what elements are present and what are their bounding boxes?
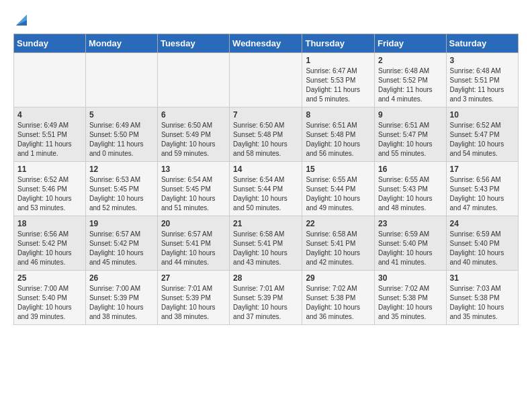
day-number: 3 <box>450 56 515 65</box>
day-number: 18 <box>17 219 82 228</box>
calendar-cell: 13Sunrise: 6:54 AM Sunset: 5:45 PM Dayli… <box>157 162 229 216</box>
logo-arrow-icon <box>15 13 28 27</box>
day-info: Sunrise: 6:54 AM Sunset: 5:45 PM Dayligh… <box>161 175 226 213</box>
calendar-cell: 2Sunrise: 6:48 AM Sunset: 5:52 PM Daylig… <box>375 53 447 107</box>
logo <box>13 13 28 27</box>
column-header-sunday: Sunday <box>14 34 86 53</box>
calendar-cell: 26Sunrise: 7:00 AM Sunset: 5:39 PM Dayli… <box>85 271 157 325</box>
day-number: 19 <box>89 219 154 228</box>
calendar-cell: 4Sunrise: 6:49 AM Sunset: 5:51 PM Daylig… <box>14 107 86 162</box>
day-info: Sunrise: 6:54 AM Sunset: 5:44 PM Dayligh… <box>233 175 298 213</box>
day-number: 21 <box>233 219 298 228</box>
day-info: Sunrise: 6:48 AM Sunset: 5:52 PM Dayligh… <box>378 66 443 104</box>
day-number: 5 <box>89 110 154 120</box>
day-number: 10 <box>450 110 515 120</box>
day-number: 25 <box>17 273 82 283</box>
calendar-cell: 21Sunrise: 6:58 AM Sunset: 5:41 PM Dayli… <box>230 216 302 271</box>
day-number: 27 <box>161 273 226 283</box>
day-number: 31 <box>450 273 515 283</box>
calendar-cell: 18Sunrise: 6:56 AM Sunset: 5:42 PM Dayli… <box>14 216 86 271</box>
calendar-cell: 9Sunrise: 6:51 AM Sunset: 5:47 PM Daylig… <box>375 107 447 162</box>
calendar-cell: 6Sunrise: 6:50 AM Sunset: 5:49 PM Daylig… <box>157 107 229 162</box>
day-info: Sunrise: 6:50 AM Sunset: 5:49 PM Dayligh… <box>161 121 226 158</box>
calendar-table: SundayMondayTuesdayWednesdayThursdayFrid… <box>13 34 519 325</box>
day-number: 29 <box>306 273 371 283</box>
column-header-saturday: Saturday <box>446 34 518 53</box>
day-number: 2 <box>378 56 443 65</box>
day-info: Sunrise: 6:51 AM Sunset: 5:47 PM Dayligh… <box>378 121 443 158</box>
calendar-cell <box>14 53 86 107</box>
calendar-week-row: 25Sunrise: 7:00 AM Sunset: 5:40 PM Dayli… <box>14 271 519 325</box>
day-info: Sunrise: 6:56 AM Sunset: 5:43 PM Dayligh… <box>450 175 515 213</box>
day-info: Sunrise: 6:59 AM Sunset: 5:40 PM Dayligh… <box>450 230 515 267</box>
day-info: Sunrise: 6:49 AM Sunset: 5:51 PM Dayligh… <box>17 121 82 158</box>
calendar-cell: 29Sunrise: 7:02 AM Sunset: 5:38 PM Dayli… <box>302 271 375 325</box>
day-info: Sunrise: 7:00 AM Sunset: 5:40 PM Dayligh… <box>17 284 82 322</box>
day-info: Sunrise: 6:52 AM Sunset: 5:46 PM Dayligh… <box>17 175 82 213</box>
calendar-cell: 15Sunrise: 6:55 AM Sunset: 5:44 PM Dayli… <box>302 162 375 216</box>
calendar-cell: 16Sunrise: 6:55 AM Sunset: 5:43 PM Dayli… <box>375 162 447 216</box>
calendar-header-row: SundayMondayTuesdayWednesdayThursdayFrid… <box>14 34 519 53</box>
day-number: 6 <box>161 110 226 120</box>
calendar-cell: 1Sunrise: 6:47 AM Sunset: 5:53 PM Daylig… <box>302 53 375 107</box>
day-info: Sunrise: 6:59 AM Sunset: 5:40 PM Dayligh… <box>378 230 443 267</box>
day-info: Sunrise: 6:56 AM Sunset: 5:42 PM Dayligh… <box>17 230 82 267</box>
calendar-cell: 23Sunrise: 6:59 AM Sunset: 5:40 PM Dayli… <box>375 216 447 271</box>
day-number: 8 <box>306 110 371 120</box>
day-number: 12 <box>89 165 154 174</box>
calendar-cell: 28Sunrise: 7:01 AM Sunset: 5:39 PM Dayli… <box>230 271 302 325</box>
day-info: Sunrise: 6:48 AM Sunset: 5:51 PM Dayligh… <box>450 66 515 104</box>
calendar-cell: 22Sunrise: 6:58 AM Sunset: 5:41 PM Dayli… <box>302 216 375 271</box>
column-header-tuesday: Tuesday <box>157 34 229 53</box>
calendar-cell: 8Sunrise: 6:51 AM Sunset: 5:48 PM Daylig… <box>302 107 375 162</box>
day-number: 13 <box>161 165 226 174</box>
calendar-cell: 31Sunrise: 7:03 AM Sunset: 5:38 PM Dayli… <box>446 271 518 325</box>
day-info: Sunrise: 7:02 AM Sunset: 5:38 PM Dayligh… <box>378 284 443 322</box>
day-number: 30 <box>378 273 443 283</box>
calendar-cell: 3Sunrise: 6:48 AM Sunset: 5:51 PM Daylig… <box>446 53 518 107</box>
calendar-cell: 7Sunrise: 6:50 AM Sunset: 5:48 PM Daylig… <box>230 107 302 162</box>
calendar-cell <box>157 53 229 107</box>
day-info: Sunrise: 6:49 AM Sunset: 5:50 PM Dayligh… <box>89 121 154 158</box>
day-info: Sunrise: 7:01 AM Sunset: 5:39 PM Dayligh… <box>161 284 226 322</box>
day-number: 28 <box>233 273 298 283</box>
day-info: Sunrise: 6:57 AM Sunset: 5:42 PM Dayligh… <box>89 230 154 267</box>
day-number: 7 <box>233 110 298 120</box>
calendar-cell: 27Sunrise: 7:01 AM Sunset: 5:39 PM Dayli… <box>157 271 229 325</box>
calendar-cell <box>230 53 302 107</box>
header <box>13 13 519 27</box>
calendar-week-row: 18Sunrise: 6:56 AM Sunset: 5:42 PM Dayli… <box>14 216 519 271</box>
column-header-monday: Monday <box>85 34 157 53</box>
calendar-cell: 12Sunrise: 6:53 AM Sunset: 5:45 PM Dayli… <box>85 162 157 216</box>
day-number: 14 <box>233 165 298 174</box>
calendar-week-row: 11Sunrise: 6:52 AM Sunset: 5:46 PM Dayli… <box>14 162 519 216</box>
day-number: 20 <box>161 219 226 228</box>
calendar-cell: 10Sunrise: 6:52 AM Sunset: 5:47 PM Dayli… <box>446 107 518 162</box>
calendar-cell: 19Sunrise: 6:57 AM Sunset: 5:42 PM Dayli… <box>85 216 157 271</box>
calendar-week-row: 1Sunrise: 6:47 AM Sunset: 5:53 PM Daylig… <box>14 53 519 107</box>
day-number: 17 <box>450 165 515 174</box>
day-info: Sunrise: 7:00 AM Sunset: 5:39 PM Dayligh… <box>89 284 154 322</box>
calendar-week-row: 4Sunrise: 6:49 AM Sunset: 5:51 PM Daylig… <box>14 107 519 162</box>
day-number: 11 <box>17 165 82 174</box>
day-number: 26 <box>89 273 154 283</box>
day-info: Sunrise: 6:52 AM Sunset: 5:47 PM Dayligh… <box>450 121 515 158</box>
day-number: 16 <box>378 165 443 174</box>
day-info: Sunrise: 6:55 AM Sunset: 5:43 PM Dayligh… <box>378 175 443 213</box>
day-info: Sunrise: 6:50 AM Sunset: 5:48 PM Dayligh… <box>233 121 298 158</box>
day-number: 9 <box>378 110 443 120</box>
day-info: Sunrise: 6:58 AM Sunset: 5:41 PM Dayligh… <box>233 230 298 267</box>
day-number: 15 <box>306 165 371 174</box>
day-info: Sunrise: 6:53 AM Sunset: 5:45 PM Dayligh… <box>89 175 154 213</box>
day-info: Sunrise: 6:55 AM Sunset: 5:44 PM Dayligh… <box>306 175 371 213</box>
day-number: 1 <box>306 56 371 65</box>
day-number: 22 <box>306 219 371 228</box>
calendar-cell: 25Sunrise: 7:00 AM Sunset: 5:40 PM Dayli… <box>14 271 86 325</box>
day-number: 24 <box>450 219 515 228</box>
calendar-cell: 11Sunrise: 6:52 AM Sunset: 5:46 PM Dayli… <box>14 162 86 216</box>
day-info: Sunrise: 6:58 AM Sunset: 5:41 PM Dayligh… <box>306 230 371 267</box>
calendar-cell: 5Sunrise: 6:49 AM Sunset: 5:50 PM Daylig… <box>85 107 157 162</box>
calendar-cell: 14Sunrise: 6:54 AM Sunset: 5:44 PM Dayli… <box>230 162 302 216</box>
day-info: Sunrise: 7:03 AM Sunset: 5:38 PM Dayligh… <box>450 284 515 322</box>
calendar-cell: 24Sunrise: 6:59 AM Sunset: 5:40 PM Dayli… <box>446 216 518 271</box>
